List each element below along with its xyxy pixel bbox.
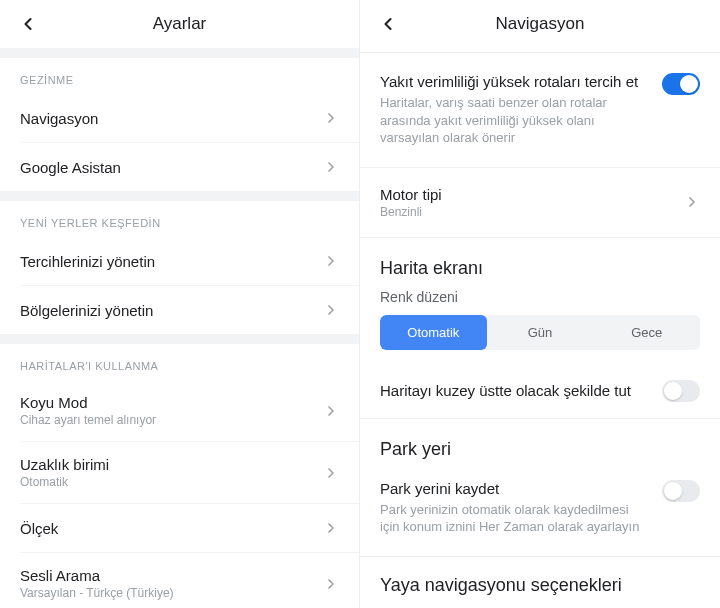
divider [360, 556, 720, 557]
divider [0, 48, 359, 58]
section-header-gezinme: GEZİNME [0, 58, 359, 94]
chevron-left-icon [378, 14, 398, 34]
chevron-left-icon [18, 14, 38, 34]
item-label: Ölçek [20, 520, 58, 537]
chevron-right-icon [323, 520, 339, 536]
toggle-knob [664, 382, 682, 400]
section-header-haritalar: HARİTALAR'I KULLANMA [0, 344, 359, 380]
seg-otomatik[interactable]: Otomatik [380, 315, 487, 350]
toggle-knob [664, 482, 682, 500]
save-parking-toggle[interactable] [662, 480, 700, 502]
chevron-right-icon [323, 465, 339, 481]
item-label: Uzaklık birimi [20, 456, 109, 473]
chevron-right-icon [323, 302, 339, 318]
navigation-scroll[interactable]: Yakıt verimliliği yüksek rotaları tercih… [360, 57, 720, 608]
divider [360, 167, 720, 168]
engine-value: Benzinli [380, 205, 442, 219]
header: Ayarlar [0, 0, 359, 48]
nav-olcek[interactable]: Ölçek [0, 504, 359, 552]
item-label: Tercihlerinizi yönetin [20, 253, 155, 270]
item-subtitle: Varsayılan - Türkçe (Türkiye) [20, 586, 174, 600]
chevron-right-icon [323, 576, 339, 592]
chevron-right-icon [323, 403, 339, 419]
color-scheme-segmented: Otomatik Gün Gece [380, 315, 700, 350]
divider [360, 418, 720, 419]
nav-bolgeler[interactable]: Bölgelerinizi yönetin [0, 286, 359, 334]
north-up-label: Haritayı kuzey üstte olacak şekilde tut [380, 382, 631, 399]
page-title: Ayarlar [153, 14, 207, 34]
nav-koyu-mod[interactable]: Koyu Mod Cihaz ayarı temel alınıyor [0, 380, 359, 441]
chevron-right-icon [323, 159, 339, 175]
north-up-row: Haritayı kuzey üstte olacak şekilde tut [360, 368, 720, 414]
nav-tercihler[interactable]: Tercihlerinizi yönetin [0, 237, 359, 285]
fuel-efficiency-row: Yakıt verimliliği yüksek rotaları tercih… [360, 57, 720, 163]
item-label: Bölgelerinizi yönetin [20, 302, 153, 319]
navigation-panel: Navigasyon Yakıt verimliliği yüksek rota… [360, 0, 720, 608]
parking-title: Park yeri [360, 423, 720, 464]
fuel-title: Yakıt verimliliği yüksek rotaları tercih… [380, 73, 650, 90]
chevron-right-icon [323, 110, 339, 126]
save-parking-row: Park yerini kaydet Park yerinizin otomat… [360, 464, 720, 552]
page-title: Navigasyon [496, 14, 585, 34]
item-label: Sesli Arama [20, 567, 174, 584]
nav-google-asistan[interactable]: Google Asistan [0, 143, 359, 191]
nav-sesli-arama[interactable]: Sesli Arama Varsayılan - Türkçe (Türkiye… [0, 553, 359, 608]
item-label: Koyu Mod [20, 394, 156, 411]
map-screen-title: Harita ekranı [360, 242, 720, 283]
divider [0, 191, 359, 201]
item-label: Navigasyon [20, 110, 98, 127]
back-button[interactable] [8, 4, 48, 44]
seg-gun[interactable]: Gün [487, 315, 594, 350]
item-label: Google Asistan [20, 159, 121, 176]
section-header-yeni: YENİ YERLER KEŞFEDİN [0, 201, 359, 237]
engine-title: Motor tipi [380, 186, 442, 203]
nav-uzaklik[interactable]: Uzaklık birimi Otomatik [0, 442, 359, 503]
engine-type-row[interactable]: Motor tipi Benzinli [360, 172, 720, 233]
save-parking-title: Park yerini kaydet [380, 480, 650, 497]
north-up-toggle[interactable] [662, 380, 700, 402]
toggle-knob [680, 75, 698, 93]
chevron-right-icon [323, 253, 339, 269]
item-subtitle: Otomatik [20, 475, 109, 489]
nav-navigasyon[interactable]: Navigasyon [0, 94, 359, 142]
settings-panel: Ayarlar GEZİNME Navigasyon Google Asista… [0, 0, 360, 608]
seg-gece[interactable]: Gece [593, 315, 700, 350]
save-parking-desc: Park yerinizin otomatik olarak kaydedilm… [380, 501, 650, 536]
divider [0, 334, 359, 344]
walking-nav-title: Yaya navigasyonu seçenekleri [360, 561, 720, 596]
header: Navigasyon [360, 0, 720, 48]
divider [360, 237, 720, 238]
fuel-desc: Haritalar, varış saati benzer olan rotal… [380, 94, 650, 147]
chevron-right-icon [684, 194, 700, 210]
fuel-toggle[interactable] [662, 73, 700, 95]
settings-scroll[interactable]: GEZİNME Navigasyon Google Asistan YENİ Y… [0, 48, 359, 608]
divider [360, 52, 720, 53]
item-subtitle: Cihaz ayarı temel alınıyor [20, 413, 156, 427]
back-button[interactable] [368, 4, 408, 44]
color-scheme-label: Renk düzeni [360, 283, 720, 315]
